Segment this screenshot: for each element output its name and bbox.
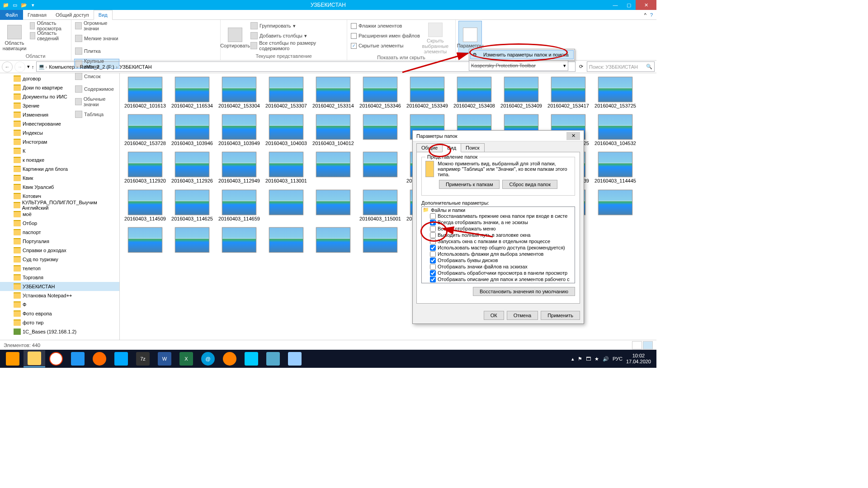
advanced-option[interactable]: Запускать окна с папками в отдельном про… — [422, 238, 575, 244]
file-thumbnail[interactable] — [359, 114, 402, 146]
tree-item[interactable]: телетоп — [0, 264, 119, 273]
file-thumbnail[interactable]: 20160403_104012 — [311, 114, 355, 146]
tree-item[interactable]: Квик — [0, 174, 119, 183]
taskbar-app[interactable] — [219, 350, 241, 367]
file-thumbnail[interactable]: 20160403_114445 — [594, 152, 637, 184]
taskbar-app[interactable] — [110, 350, 132, 367]
minimize-button[interactable]: — — [609, 0, 622, 10]
tree-item[interactable]: Торговля — [0, 273, 119, 282]
addcols-button[interactable]: Добавить столбцы▾ — [250, 31, 344, 41]
details-view-button[interactable] — [632, 341, 642, 349]
file-thumbnail[interactable] — [170, 227, 214, 253]
chevron-down-icon[interactable]: ▾ — [563, 63, 566, 69]
taskbar-explorer[interactable] — [24, 350, 45, 367]
file-thumbnail[interactable] — [359, 152, 402, 184]
tree-item[interactable]: Фото европа — [0, 309, 119, 318]
search-input[interactable]: Поиск: УЗБЕКИСТАН 🔍 — [587, 61, 655, 72]
maximize-button[interactable]: ▢ — [622, 0, 636, 10]
file-thumbnail[interactable]: 20160402_153728 — [123, 114, 167, 146]
hide-selected-button[interactable]: Скрыть выбранные элементы — [424, 21, 447, 54]
new-folder-icon[interactable]: 📂 — [20, 1, 28, 9]
file-thumbnail[interactable]: 20160402_116534 — [170, 77, 214, 109]
file-thumbnail[interactable] — [311, 227, 355, 253]
file-thumbnail[interactable]: 20160403_114625 — [170, 190, 214, 222]
option-checkbox[interactable] — [430, 239, 436, 244]
tree-item[interactable]: Изменения — [0, 110, 119, 119]
tree-item[interactable]: фото тир — [0, 318, 119, 327]
minimize-ribbon-icon[interactable]: ^ — [644, 12, 646, 18]
file-thumbnail[interactable] — [264, 227, 308, 253]
tree-item[interactable]: Отбор — [0, 219, 119, 228]
advanced-option[interactable]: Отображать значки файлов на эскизах — [422, 263, 575, 270]
file-thumbnail[interactable]: 20160403_103949 — [217, 114, 261, 146]
tree-item[interactable]: Документы по ИИС — [0, 92, 119, 101]
taskbar-app[interactable]: @ — [197, 350, 219, 367]
advanced-option[interactable]: Использовать флажки для выбора элементов — [422, 251, 575, 257]
file-thumbnail[interactable]: 20160403_113001 — [264, 152, 308, 184]
taskbar-app[interactable]: 7z — [132, 350, 154, 367]
option-checkbox[interactable] — [430, 258, 436, 263]
tray-lang[interactable]: РУС — [613, 356, 623, 361]
taskbar-app[interactable] — [2, 350, 24, 367]
preview-pane-button[interactable]: Область просмотра — [29, 21, 68, 31]
option-checkbox[interactable] — [430, 213, 436, 219]
advanced-option[interactable]: Отображать обработчики просмотра в панел… — [422, 270, 575, 276]
file-thumbnail[interactable]: 20160402_153346 — [359, 77, 402, 109]
file-thumbnail[interactable]: 20160403_112920 — [123, 152, 167, 184]
advanced-option[interactable]: Выводить полный путь в заголовке окна — [422, 232, 575, 238]
tree-item[interactable]: Суд по туризму — [0, 255, 119, 264]
file-thumbnail[interactable]: 20160403_104532 — [594, 114, 637, 146]
tree-item[interactable]: УЗБЕКИСТАН — [0, 282, 119, 291]
tree-item[interactable]: моё — [0, 210, 119, 219]
option-checkbox[interactable] — [430, 245, 436, 251]
crumb-drive[interactable]: ReMix_2_2 (F:) — [79, 64, 115, 70]
navigation-pane-button[interactable]: Область навигации — [3, 21, 26, 53]
tray-flag-icon[interactable]: ⚑ — [578, 356, 582, 362]
close-button[interactable]: ✕ — [636, 0, 656, 10]
up-button[interactable]: ↑ — [32, 64, 34, 70]
tree-item[interactable]: 1C_Bases (192.168.1.2) — [0, 327, 119, 336]
option-checkbox[interactable] — [430, 277, 436, 282]
restore-defaults-button[interactable]: Восстановить значения по умолчанию — [473, 287, 575, 296]
tree-item[interactable]: Справки о доходах — [0, 246, 119, 255]
tree-item[interactable]: Инвестирование — [0, 119, 119, 128]
reset-folders-button[interactable]: Сброс вида папок — [502, 180, 557, 189]
tree-item[interactable]: Установка Notepad++ — [0, 291, 119, 300]
tree-item[interactable]: КУЛЬТУРА_ПОЛИГЛОТ_Выучим Английский — [0, 201, 119, 210]
option-checkbox[interactable] — [430, 270, 436, 276]
tree-item[interactable]: Индексы — [0, 128, 119, 137]
change-folder-options-item[interactable]: ⚙ Изменить параметры папок и поиска — [470, 50, 574, 59]
tree-item[interactable]: паспорт — [0, 228, 119, 237]
file-thumbnail[interactable]: 20160403_114509 — [123, 190, 167, 222]
tray-volume-icon[interactable]: 🔊 — [603, 356, 609, 362]
file-thumbnail[interactable]: 20160403_103946 — [170, 114, 214, 146]
extensions-toggle[interactable]: Расширения имен файлов — [350, 31, 421, 41]
tray-network-icon[interactable]: 🗔 — [586, 356, 591, 361]
apply-button[interactable]: Применить — [541, 311, 580, 320]
back-button[interactable]: ← — [2, 61, 13, 72]
tree-item[interactable]: Ф — [0, 300, 119, 309]
file-thumbnail[interactable]: 20160402_153409 — [500, 77, 543, 109]
file-thumbnail[interactable] — [217, 227, 261, 253]
tray-clock[interactable]: 10:02 17.04.2020 — [626, 353, 651, 365]
tree-item[interactable]: договор — [0, 74, 119, 83]
file-thumbnail[interactable] — [311, 152, 355, 184]
tree-item[interactable]: Португалия — [0, 237, 119, 246]
dialog-tab-view[interactable]: Вид — [442, 143, 461, 152]
dialog-close-button[interactable]: ✕ — [566, 132, 580, 140]
layout-huge[interactable]: Огромные значки — [74, 21, 122, 31]
taskbar-app[interactable] — [284, 350, 306, 367]
file-thumbnail[interactable] — [123, 227, 167, 253]
tray-icon[interactable]: ★ — [594, 356, 599, 362]
tree-item[interactable]: Квик Уралсиб — [0, 183, 119, 192]
recent-dropdown-icon[interactable]: ▾ — [27, 64, 30, 70]
file-thumbnail[interactable] — [311, 190, 355, 222]
option-checkbox[interactable] — [430, 232, 436, 238]
advanced-option[interactable]: Всегда отображать значки, а не эскизы — [422, 219, 575, 225]
tree-item[interactable]: Картинки для блога — [0, 164, 119, 174]
tray-arrow-icon[interactable]: ▴ — [571, 356, 574, 362]
taskbar-app[interactable] — [241, 350, 262, 367]
qat-dropdown-icon[interactable]: ▾ — [29, 1, 37, 9]
help-icon[interactable]: ? — [650, 12, 653, 18]
taskbar-app[interactable] — [262, 350, 284, 367]
